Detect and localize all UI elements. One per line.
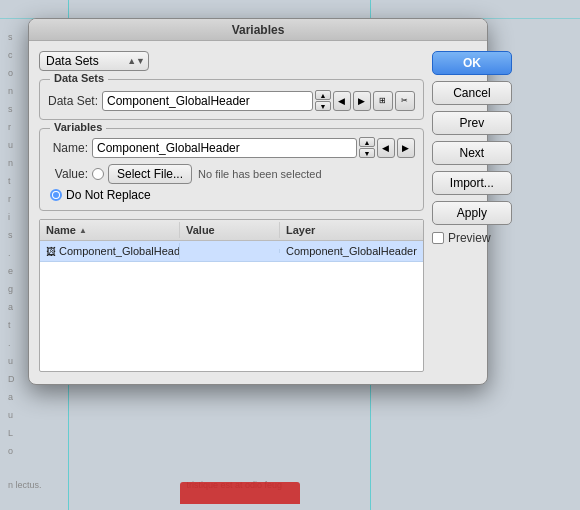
dataset-input-wrapper: ▲ ▼ ◀ ▶ ⊞ ✂ xyxy=(102,90,415,111)
variables-group: Variables Name: ▲ ▼ ◀ ▶ xyxy=(39,128,424,211)
td-layer: Component_GlobalHeader xyxy=(280,243,423,259)
value-label: Value: xyxy=(48,167,88,181)
dataset-prev-btn[interactable]: ◀ xyxy=(333,91,351,111)
do-not-replace-radio[interactable] xyxy=(50,189,62,201)
th-name: Name ▲ xyxy=(40,222,180,238)
name-next-btn[interactable]: ▶ xyxy=(397,138,415,158)
td-value xyxy=(180,249,280,253)
name-label: Name: xyxy=(48,141,88,155)
select-file-radio[interactable] xyxy=(92,168,104,180)
data-sets-dropdown-wrapper[interactable]: Data Sets ▲▼ xyxy=(39,51,149,71)
name-stepper-up[interactable]: ▲ xyxy=(359,137,375,147)
radio-dot xyxy=(53,192,59,198)
dialog-left-panel: Data Sets ▲▼ Data Sets Data Set: ▲ ▼ ◀ xyxy=(39,51,424,372)
variables-group-label: Variables xyxy=(50,121,106,133)
dataset-new-btn[interactable]: ⊞ xyxy=(373,91,393,111)
data-sets-group: Data Sets Data Set: ▲ ▼ ◀ ▶ ⊞ ✂ xyxy=(39,79,424,120)
dataset-stepper-down[interactable]: ▼ xyxy=(315,101,331,111)
dataset-stepper: ▲ ▼ xyxy=(315,90,331,111)
dataset-input[interactable] xyxy=(102,91,313,111)
do-not-replace-label: Do Not Replace xyxy=(66,188,151,202)
dataset-row: Data Set: ▲ ▼ ◀ ▶ ⊞ ✂ xyxy=(48,90,415,111)
next-button[interactable]: Next xyxy=(432,141,512,165)
name-stepper: ▲ ▼ xyxy=(359,137,375,158)
dataset-delete-btn[interactable]: ✂ xyxy=(395,91,415,111)
data-sets-group-label: Data Sets xyxy=(50,72,108,84)
apply-button[interactable]: Apply xyxy=(432,201,512,225)
variables-dialog: Variables Data Sets ▲▼ Data Sets Data Se… xyxy=(28,18,488,385)
th-layer: Layer xyxy=(280,222,423,238)
do-not-replace-row: Do Not Replace xyxy=(50,188,415,202)
cancel-button[interactable]: Cancel xyxy=(432,81,512,105)
dataset-label: Data Set: xyxy=(48,94,98,108)
dialog-right-panel: OK Cancel Prev Next Import... Apply Prev… xyxy=(432,51,512,372)
dataset-next-btn[interactable]: ▶ xyxy=(353,91,371,111)
th-value: Value xyxy=(180,222,280,238)
variables-table: Name ▲ Value Layer 🖼 Component_GlobalH xyxy=(39,219,424,372)
ok-button[interactable]: OK xyxy=(432,51,512,75)
table-header: Name ▲ Value Layer xyxy=(40,220,423,241)
name-stepper-down[interactable]: ▼ xyxy=(359,148,375,158)
top-dropdown-row: Data Sets ▲▼ xyxy=(39,51,424,71)
dataset-stepper-up[interactable]: ▲ xyxy=(315,90,331,100)
value-row: Value: Select File... No file has been s… xyxy=(48,164,415,184)
sort-arrow-icon: ▲ xyxy=(79,226,87,235)
dialog-title-bar: Variables xyxy=(29,19,487,41)
preview-label: Preview xyxy=(448,231,491,245)
select-file-button[interactable]: Select File... xyxy=(108,164,192,184)
table-body[interactable]: 🖼 Component_GlobalHeader Component_Globa… xyxy=(40,241,423,371)
name-input-wrapper: ▲ ▼ ◀ ▶ xyxy=(92,137,415,158)
preview-row: Preview xyxy=(432,231,512,245)
name-row: Name: ▲ ▼ ◀ ▶ xyxy=(48,137,415,158)
dialog-title: Variables xyxy=(232,23,285,37)
no-file-text: No file has been selected xyxy=(198,168,322,180)
name-input[interactable] xyxy=(92,138,357,158)
td-name: 🖼 Component_GlobalHeader xyxy=(40,243,180,259)
name-prev-btn[interactable]: ◀ xyxy=(377,138,395,158)
import-button[interactable]: Import... xyxy=(432,171,512,195)
preview-checkbox[interactable] xyxy=(432,232,444,244)
row-icon: 🖼 xyxy=(46,246,56,257)
prev-button[interactable]: Prev xyxy=(432,111,512,135)
data-sets-dropdown[interactable]: Data Sets xyxy=(39,51,149,71)
table-row[interactable]: 🖼 Component_GlobalHeader Component_Globa… xyxy=(40,241,423,262)
